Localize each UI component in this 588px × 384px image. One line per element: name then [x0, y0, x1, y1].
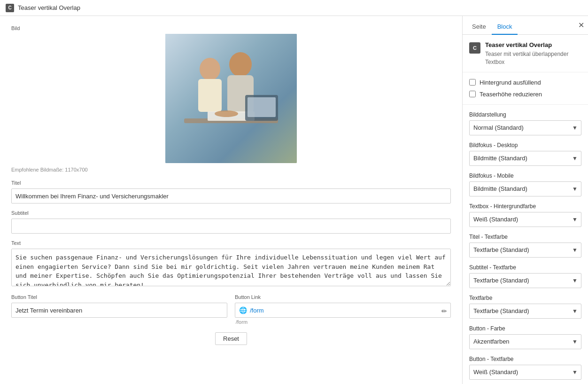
svg-point-10: [215, 110, 238, 117]
block-title: Teaser vertikal Overlap: [485, 41, 581, 48]
titel-textfarbe-select[interactable]: Textfarbe (Standard): [469, 243, 581, 258]
checkbox-teaser[interactable]: [469, 91, 476, 97]
textbox-hintergrund-select[interactable]: Weiß (Standard): [469, 212, 581, 227]
reset-button[interactable]: Reset: [215, 332, 247, 345]
bildfokus-desktop-label: Bildfokus - Desktop: [469, 142, 581, 149]
checkbox-teaser-label[interactable]: Teaserhöhe reduzieren: [480, 91, 542, 98]
button-farbe-field: Button - Farbe Akzentfarben ▼: [469, 325, 581, 349]
block-icon: C: [469, 42, 480, 54]
checkbox-hintergrund-row: Hintergrund ausfüllend: [469, 79, 581, 86]
reset-wrapper: Reset: [11, 332, 451, 345]
text-label: Text: [11, 240, 451, 246]
image-section: Bild: [11, 25, 451, 172]
subtitel-textfarbe-field: Subtitel - Textfarbe Textfarbe (Standard…: [469, 264, 581, 288]
panel-tabs: Seite Block ✕: [463, 16, 588, 35]
bildfokus-desktop-select[interactable]: Bildmitte (Standard): [469, 151, 581, 166]
subtitle-input[interactable]: [11, 219, 451, 234]
titel-textfarbe-field: Titel - Textfarbe Textfarbe (Standard) ▼: [469, 234, 581, 258]
app-logo: C: [6, 4, 14, 12]
textfarbe-field: Textfarbe Textfarbe (Standard) ▼: [469, 295, 581, 319]
globe-icon: 🌐: [239, 306, 247, 314]
button-farbe-label: Button - Farbe: [469, 325, 581, 332]
subtitle-label: Subtitel: [11, 210, 451, 216]
content-area: Bild: [0, 16, 462, 384]
button-title-label: Button Titel: [11, 294, 227, 300]
close-icon[interactable]: ✕: [578, 22, 584, 29]
svg-rect-9: [248, 97, 276, 117]
block-description: Teaser mit vertikal überlappender Textbo…: [485, 50, 581, 66]
bilddarstellung-label: Bilddarstellung: [469, 111, 581, 118]
bildfokus-mobile-label: Bildfokus - Mobile: [469, 172, 581, 179]
panel-dropdowns: Bilddarstellung Normal (Standard) ▼ Bild…: [463, 105, 588, 384]
title-input[interactable]: [11, 188, 451, 204]
textfarbe-label: Textfarbe: [469, 295, 581, 301]
bildfokus-mobile-select[interactable]: Bildmitte (Standard): [469, 181, 581, 196]
bildfokus-mobile-select-wrapper: Bildmitte (Standard) ▼: [469, 181, 581, 196]
subtitel-textfarbe-label: Subtitel - Textfarbe: [469, 264, 581, 271]
button-row: Button Titel Button Link 🌐 /form /form ✏: [11, 294, 451, 325]
image-preview[interactable]: [165, 34, 297, 163]
main-container: Bild: [0, 16, 588, 384]
image-label: Bild: [11, 25, 451, 31]
edit-icon[interactable]: ✏: [441, 307, 447, 315]
link-input-wrapper[interactable]: 🌐 /form: [235, 303, 451, 318]
block-header-text: Teaser vertikal Overlap Teaser mit verti…: [485, 41, 581, 66]
bildfokus-desktop-field: Bildfokus - Desktop Bildmitte (Standard)…: [469, 142, 581, 166]
button-link-label: Button Link: [235, 294, 451, 300]
subtitel-textfarbe-select-wrapper: Textfarbe (Standard) ▼: [469, 273, 581, 288]
image-hint: Empfohlene Bildmaße: 1170x700: [11, 167, 451, 172]
titel-textfarbe-select-wrapper: Textfarbe (Standard) ▼: [469, 243, 581, 258]
button-textfarbe-field: Button - Textfarbe Weiß (Standard) ▼: [469, 356, 581, 380]
subtitle-section: Subtitel: [11, 210, 451, 234]
subtitel-textfarbe-select[interactable]: Textfarbe (Standard): [469, 273, 581, 288]
button-textfarbe-select-wrapper: Weiß (Standard) ▼: [469, 365, 581, 380]
button-textfarbe-label: Button - Textfarbe: [469, 356, 581, 362]
titel-textfarbe-label: Titel - Textfarbe: [469, 234, 581, 240]
right-panel: Seite Block ✕ C Teaser vertikal Overlap …: [462, 16, 588, 384]
link-hint: /form: [235, 319, 451, 325]
button-farbe-select-wrapper: Akzentfarben ▼: [469, 334, 581, 349]
textbox-hintergrund-label: Textbox - Hintergrundfarbe: [469, 203, 581, 210]
textfarbe-select[interactable]: Textfarbe (Standard): [469, 304, 581, 319]
bilddarstellung-select[interactable]: Normal (Standard): [469, 120, 581, 135]
top-bar: C Teaser vertikal Overlap: [0, 0, 588, 16]
textbox-hintergrund-field: Textbox - Hintergrundfarbe Weiß (Standar…: [469, 203, 581, 227]
button-textfarbe-select[interactable]: Weiß (Standard): [469, 365, 581, 380]
panel-block-header: C Teaser vertikal Overlap Teaser mit ver…: [463, 35, 588, 72]
svg-point-2: [200, 58, 220, 80]
svg-rect-3: [198, 79, 222, 112]
textfarbe-select-wrapper: Textfarbe (Standard) ▼: [469, 304, 581, 319]
button-link-col: Button Link 🌐 /form /form ✏: [235, 294, 451, 325]
title-section: Titel: [11, 180, 451, 204]
svg-point-4: [229, 52, 252, 77]
link-value: /form: [250, 307, 264, 314]
bildfokus-mobile-field: Bildfokus - Mobile Bildmitte (Standard) …: [469, 172, 581, 196]
checkbox-hintergrund[interactable]: [469, 79, 476, 86]
text-textarea[interactable]: Sie suchen passgenaue Finanz- und Versic…: [11, 249, 451, 286]
checkbox-hintergrund-label[interactable]: Hintergrund ausfüllend: [480, 79, 541, 86]
panel-checkboxes: Hintergrund ausfüllend Teaserhöhe reduzi…: [463, 72, 588, 105]
button-title-input[interactable]: [11, 303, 227, 318]
top-bar-title: Teaser vertikal Overlap: [18, 4, 80, 11]
bildfokus-desktop-select-wrapper: Bildmitte (Standard) ▼: [469, 151, 581, 166]
textbox-hintergrund-select-wrapper: Weiß (Standard) ▼: [469, 212, 581, 227]
button-farbe-select[interactable]: Akzentfarben: [469, 334, 581, 349]
button-title-col: Button Titel: [11, 294, 227, 325]
tab-block[interactable]: Block: [492, 19, 518, 35]
text-section: Text Sie suchen passgenaue Finanz- und V…: [11, 240, 451, 288]
bilddarstellung-select-wrapper: Normal (Standard) ▼: [469, 120, 581, 135]
tab-seite[interactable]: Seite: [466, 19, 492, 35]
title-label: Titel: [11, 180, 451, 186]
checkbox-teaser-row: Teaserhöhe reduzieren: [469, 91, 581, 98]
bilddarstellung-field: Bilddarstellung Normal (Standard) ▼: [469, 111, 581, 135]
